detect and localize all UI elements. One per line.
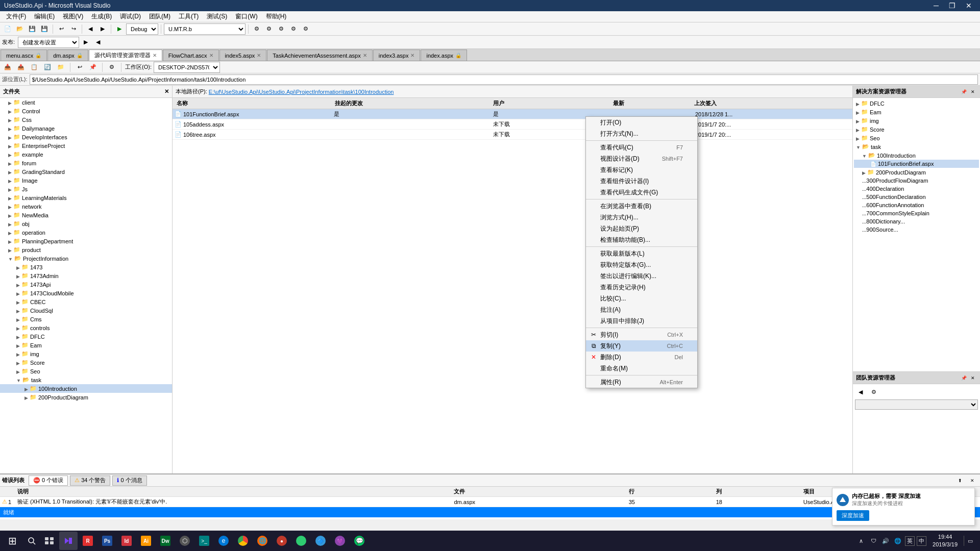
taskbar-edge[interactable]: e bbox=[214, 532, 233, 550]
te-pin-button[interactable]: 📌 bbox=[960, 374, 968, 382]
ctx-open[interactable]: 打开(O) bbox=[586, 117, 697, 128]
tab-close-icon[interactable]: ✕ bbox=[209, 53, 213, 58]
tree-folder-example[interactable]: 📁example bbox=[0, 150, 172, 159]
save-all-button[interactable]: 💾 bbox=[39, 23, 50, 35]
tree-folder-controls[interactable]: 📁controls bbox=[0, 323, 172, 332]
tray-arrow[interactable]: ∧ bbox=[856, 536, 866, 546]
ctx-accessibility[interactable]: 检查辅助功能(B)... bbox=[586, 234, 697, 245]
tab-close-icon[interactable]: ✕ bbox=[410, 53, 414, 58]
tree-folder-100introduction[interactable]: 📁100Introduction bbox=[0, 384, 172, 393]
tree-folder-1473admin[interactable]: 📁1473Admin bbox=[0, 271, 172, 280]
ctx-view-history[interactable]: 查看历史记录(H) bbox=[586, 282, 697, 293]
menu-view[interactable]: 视图(V) bbox=[59, 11, 87, 22]
tree-folder-task[interactable]: 📂task bbox=[0, 375, 172, 384]
sol-900[interactable]: ...900Source... bbox=[854, 226, 979, 234]
tab-index3[interactable]: index3.aspx ✕ bbox=[373, 49, 421, 61]
show-desktop[interactable]: ▭ bbox=[964, 536, 974, 546]
tree-folder-eam[interactable]: 📁Eam bbox=[0, 341, 172, 349]
ctx-open-with[interactable]: 打开方式(N)... bbox=[586, 128, 697, 139]
tray-input[interactable]: 中 bbox=[917, 536, 926, 546]
menu-help[interactable]: 帮助(H) bbox=[262, 11, 291, 22]
workspace-dropdown[interactable]: DESKTOP-2NDS570 bbox=[154, 62, 220, 73]
menu-test[interactable]: 测试(S) bbox=[203, 11, 231, 22]
ctx-checkout[interactable]: 签出以进行编辑(K)... bbox=[586, 270, 697, 282]
file-tree[interactable]: 📁client 📁Control 📁Css 📁Dailymanage 📁Deve… bbox=[0, 98, 172, 473]
tray-volume[interactable]: 🔊 bbox=[880, 536, 891, 546]
tray-network[interactable]: 🌐 bbox=[893, 536, 903, 546]
taskbar-app12[interactable] bbox=[292, 532, 310, 550]
tab-errors[interactable]: ⛔ 0 个错误 bbox=[29, 475, 68, 486]
sc-btn3[interactable]: 📋 bbox=[29, 62, 40, 73]
taskbar-app11[interactable]: ● bbox=[273, 532, 291, 550]
localpath-link[interactable]: E:\uf\UseStudio.Api\UseStudio.Api\Projec… bbox=[209, 89, 394, 95]
minimize-button[interactable]: ─ bbox=[929, 2, 943, 10]
ctx-set-start[interactable]: 设为起始页(P) bbox=[586, 223, 697, 234]
ctx-get-latest[interactable]: 获取最新版本(L) bbox=[586, 248, 697, 259]
sol-task[interactable]: 📂task bbox=[854, 142, 979, 151]
tb-icon1[interactable]: ⚙ bbox=[251, 23, 262, 35]
ctx-view-code[interactable]: 查看代码(C) F7 bbox=[586, 142, 697, 153]
sc-btn8[interactable]: ⚙ bbox=[106, 62, 117, 73]
sc-btn1[interactable]: 📥 bbox=[2, 62, 13, 73]
tree-folder-cbec[interactable]: 📁CBEC bbox=[0, 297, 172, 306]
sol-400[interactable]: ...400Declaration bbox=[854, 185, 979, 193]
tb-icon4[interactable]: ⚙ bbox=[288, 23, 299, 35]
forward-button[interactable]: ▶ bbox=[97, 23, 108, 35]
publish-btn1[interactable]: ▶ bbox=[80, 37, 91, 48]
path-input[interactable] bbox=[30, 74, 978, 85]
taskbar-browser2[interactable]: 🌐 bbox=[253, 532, 272, 550]
sol-100introduction[interactable]: 📂100Introduction bbox=[854, 151, 979, 160]
publish-btn2[interactable]: ◀ bbox=[92, 37, 104, 48]
tab-dm-aspx[interactable]: dm.aspx 🔒 bbox=[47, 49, 88, 61]
tree-folder-cloudsql[interactable]: 📁CloudSql bbox=[0, 306, 172, 315]
tree-folder-obj[interactable]: 📁obj bbox=[0, 219, 172, 228]
taskbar-ai[interactable]: Ai bbox=[137, 532, 155, 550]
ctx-properties[interactable]: 属性(R) Alt+Enter bbox=[586, 377, 697, 388]
tree-folder-css[interactable]: 📁Css bbox=[0, 115, 172, 124]
restore-button[interactable]: ❐ bbox=[945, 2, 960, 10]
tree-folder-developinterfaces[interactable]: 📁DevelopInterfaces bbox=[0, 133, 172, 141]
tab-close-icon[interactable]: ✕ bbox=[153, 53, 157, 58]
ep-close[interactable]: ✕ bbox=[967, 475, 978, 486]
save-button[interactable]: 💾 bbox=[27, 23, 38, 35]
tab-flowchart[interactable]: FlowChart.ascx ✕ bbox=[163, 49, 219, 61]
taskbar-search[interactable] bbox=[23, 532, 40, 550]
tree-folder-img[interactable]: 📁img bbox=[0, 349, 172, 358]
ctx-browse-with[interactable]: 浏览方式(H)... bbox=[586, 212, 697, 223]
undo-button[interactable]: ↩ bbox=[56, 23, 67, 35]
system-clock[interactable]: 19:44 2019/3/19 bbox=[928, 533, 962, 549]
tree-folder-network[interactable]: 📁network bbox=[0, 202, 172, 211]
tree-folder-operation[interactable]: 📁operation bbox=[0, 228, 172, 237]
ctx-copy[interactable]: ⧉ 复制(Y) Ctrl+C bbox=[586, 340, 697, 352]
new-project-button[interactable]: 📄 bbox=[2, 23, 13, 35]
taskbar-app14[interactable]: 💜 bbox=[331, 532, 349, 550]
tab-index5[interactable]: index5.aspx ✕ bbox=[219, 49, 267, 61]
tree-folder-gradingstandard[interactable]: 📁GradingStandard bbox=[0, 167, 172, 176]
file-row-101[interactable]: 📄101FunctionBrief.aspx 是 是 2018/12/28 1.… bbox=[173, 109, 852, 119]
ctx-browse[interactable]: 在浏览器中查看(B) bbox=[586, 201, 697, 212]
ctx-delete[interactable]: ✕ 删除(D) Del bbox=[586, 352, 697, 363]
menu-debug[interactable]: 调试(D) bbox=[116, 11, 145, 22]
tree-folder-learningmaterials[interactable]: 📁LearningMaterials bbox=[0, 193, 172, 202]
tree-folder-1473[interactable]: 📁1473 bbox=[0, 263, 172, 271]
tree-folder-1473cloudmobile[interactable]: 📁1473CloudMobile bbox=[0, 289, 172, 297]
sol-eam[interactable]: 📁Eam bbox=[854, 108, 979, 116]
tree-folder-client[interactable]: 📁client bbox=[0, 98, 172, 107]
taskbar-app2[interactable]: R bbox=[79, 532, 97, 550]
file-row-105[interactable]: 📄105addess.aspx 未下载 2019/1/7 20:... bbox=[173, 119, 852, 130]
target-dropdown[interactable]: U.MT.R.b bbox=[164, 23, 246, 35]
ctx-view-component[interactable]: 查看组件设计器(I) bbox=[586, 176, 697, 187]
menu-file[interactable]: 文件(F) bbox=[2, 11, 30, 22]
sol-200productdiagram[interactable]: 📁200ProductDiagram bbox=[854, 168, 979, 177]
file-row-106[interactable]: 📄106tree.aspx 未下载 2019/1/7 20:... bbox=[173, 130, 852, 140]
ctx-view-designer[interactable]: 视图设计器(D) Shift+F7 bbox=[586, 153, 697, 164]
open-button[interactable]: 📂 bbox=[14, 23, 26, 35]
sol-img[interactable]: 📁img bbox=[854, 116, 979, 125]
te-close-button[interactable]: ✕ bbox=[969, 374, 977, 382]
taskbar-terminal[interactable]: >_ bbox=[195, 532, 213, 550]
taskbar-app13[interactable]: 🔷 bbox=[311, 532, 330, 550]
sc-btn4[interactable]: 🔄 bbox=[42, 62, 53, 73]
notification-action-button[interactable]: 深度加速 bbox=[837, 510, 869, 521]
sol-600[interactable]: ...600FunctionAnnotation bbox=[854, 201, 979, 209]
tree-folder-dailymanage[interactable]: 📁Dailymanage bbox=[0, 124, 172, 133]
